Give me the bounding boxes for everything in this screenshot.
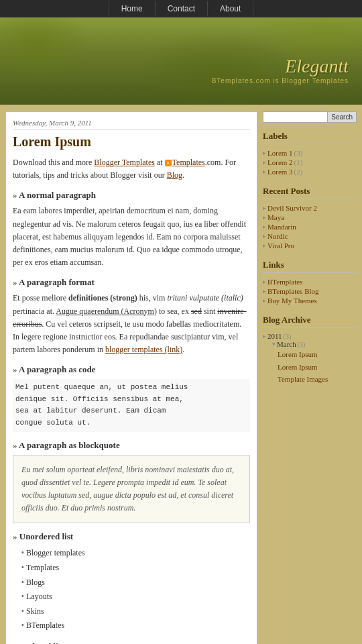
s2-underline: Augue quaerendum (Acronym) xyxy=(56,307,157,316)
recent-post-2[interactable]: Maya xyxy=(263,213,357,222)
archive-link-1[interactable]: Lorem Ipsum xyxy=(278,350,318,358)
links-title: Links xyxy=(263,260,357,273)
section1-text: Ea eam labores imperdiet, apeirian democ… xyxy=(13,205,250,269)
archive-link-2[interactable]: Lorem Ipsum xyxy=(278,363,318,371)
archive-post-3[interactable]: Template Images xyxy=(263,373,357,386)
archive-year-label: 2011 xyxy=(267,332,282,340)
link-item-1[interactable]: BTemplates xyxy=(263,277,357,286)
s2-em: tritani vulputate (italic) xyxy=(167,293,243,303)
label-item-3[interactable]: Lorem 3 (2) xyxy=(263,167,357,176)
search-input[interactable] xyxy=(263,111,328,123)
recent-link-2[interactable]: Maya xyxy=(267,213,284,221)
archive-month-label: March xyxy=(277,340,296,348)
code-block: Mel putent quaeque an, ut postea melius … xyxy=(13,379,250,431)
labels-title: Labels xyxy=(263,131,357,144)
section1-heading: A normal paragraph xyxy=(13,190,250,201)
section4-heading: A paragraph as blockquote xyxy=(13,440,250,451)
post-date: Wednesday, March 9, 2011 xyxy=(13,119,250,130)
rss-domain: .com. xyxy=(205,158,223,167)
archive-year-count: (3) xyxy=(284,333,292,340)
s2-t3: pertinacia at. xyxy=(13,307,56,316)
recent-post-5[interactable]: Viral Pro xyxy=(263,241,357,250)
list-item: Blogs xyxy=(26,576,250,590)
list-item: BTemplates xyxy=(26,619,250,633)
blog-link[interactable]: Blog xyxy=(167,170,182,180)
post-intro: Download this and more Blogger Templates… xyxy=(13,156,250,182)
label-item-1[interactable]: Lorem 1 (3) xyxy=(263,148,357,158)
link-item-2[interactable]: BTemplates Blog xyxy=(263,286,357,296)
recent-link-1[interactable]: Devil Survivor 2 xyxy=(267,204,317,212)
label-link-1[interactable]: Lorem 1 xyxy=(267,149,293,157)
links-section: Links BTemplates BTemplates Blog Buy My … xyxy=(263,260,357,305)
label-item-2[interactable]: Lorem 2 (1) xyxy=(263,158,357,167)
nav-about[interactable]: About xyxy=(208,1,253,16)
search-widget: Search xyxy=(263,111,357,123)
link-2[interactable]: BTemplates Blog xyxy=(267,287,319,295)
section2-heading: A paragraph format xyxy=(13,277,250,288)
label-count-2: (1) xyxy=(294,158,303,166)
label-link-3[interactable]: Lorem 3 xyxy=(267,168,293,176)
labels-section: Labels Lorem 1 (3) Lorem 2 (1) Lorem 3 (… xyxy=(263,131,357,176)
nav-home[interactable]: Home xyxy=(109,1,156,16)
recent-posts-section: Recent Posts Devil Survivor 2 Maya Manda… xyxy=(263,186,357,250)
s2-t5: sint xyxy=(202,307,217,316)
archive-month-count: (3) xyxy=(298,341,306,348)
navbar: Home Contact About xyxy=(0,0,362,17)
blockquote-block: Eu mei solum oporteat eleifend, libris n… xyxy=(13,455,250,524)
recent-link-4[interactable]: Nordic xyxy=(267,232,288,240)
list-item: Blogger templates xyxy=(26,546,250,561)
s2-t4: to sea, ex xyxy=(157,307,191,316)
s2-t1: Et posse meliore xyxy=(13,293,68,303)
section2-text: Et posse meliore definitiones (strong) h… xyxy=(13,292,250,356)
rss-templates-label: Templates xyxy=(172,158,205,167)
templates-link[interactable]: Templates xyxy=(172,158,205,167)
site-title: Elegantt xyxy=(212,56,349,77)
archive-year[interactable]: 2011 (3) xyxy=(263,332,357,340)
link-item-3[interactable]: Buy My Themes xyxy=(263,296,357,305)
list-item: Skins xyxy=(26,604,250,619)
label-count-3: (2) xyxy=(294,168,303,176)
recent-post-1[interactable]: Devil Survivor 2 xyxy=(263,203,357,213)
recent-post-3[interactable]: Mandarin xyxy=(263,222,357,231)
recent-link-5[interactable]: Viral Pro xyxy=(267,241,294,250)
blogger-templates-link[interactable]: Blogger Templates xyxy=(94,158,155,167)
nav-contact[interactable]: Contact xyxy=(156,1,208,16)
list-item: Layouts xyxy=(26,590,250,604)
link-1[interactable]: BTemplates xyxy=(267,278,302,286)
label-count-1: (3) xyxy=(294,149,303,157)
intro-text-2: at xyxy=(155,158,165,167)
rss-icon: R xyxy=(165,160,172,166)
list-item: Templates xyxy=(26,561,250,576)
recent-link-3[interactable]: Mandarin xyxy=(267,223,296,231)
s2-del: sed xyxy=(191,307,202,316)
sidebar: Search Labels Lorem 1 (3) Lorem 2 (1) Lo… xyxy=(263,111,357,644)
unordered-list: Blogger templates Templates Blogs Layout… xyxy=(26,546,250,633)
archive-section: Blog Archive 2011 (3) March (3) Lorem Ip… xyxy=(263,315,357,386)
s2-link[interactable]: blogger templates (link) xyxy=(105,345,182,354)
section6-heading: Ordered list xyxy=(13,641,250,644)
site-tagline: BTemplates.com is Blogger Templates xyxy=(212,77,349,85)
section3-heading: A paragraph as code xyxy=(13,364,250,375)
s2-strong: definitiones (strong) xyxy=(68,293,137,303)
archive-month[interactable]: March (3) xyxy=(263,340,357,348)
search-button[interactable]: Search xyxy=(328,111,357,123)
s2-t2: his, vim xyxy=(137,293,168,303)
site-title-block: Elegantt BTemplates.com is Blogger Templ… xyxy=(212,56,349,85)
label-link-2[interactable]: Lorem 2 xyxy=(267,158,293,166)
blog-content: Wednesday, March 9, 2011 Lorem Ipsum Dow… xyxy=(5,111,257,644)
intro-text-4: . xyxy=(182,170,184,180)
link-3[interactable]: Buy My Themes xyxy=(267,297,317,305)
archive-post-1[interactable]: Lorem Ipsum xyxy=(263,348,357,361)
archive-link-3[interactable]: Template Images xyxy=(278,375,328,383)
archive-title: Blog Archive xyxy=(263,315,357,328)
intro-text-1: Download this and more xyxy=(13,158,94,167)
recent-posts-title: Recent Posts xyxy=(263,186,357,199)
s2-t7: . xyxy=(182,345,184,354)
archive-post-2[interactable]: Lorem Ipsum xyxy=(263,361,357,374)
section5-heading: Unordered list xyxy=(13,531,250,542)
site-header: Elegantt BTemplates.com is Blogger Templ… xyxy=(0,17,362,105)
post-title: Lorem Ipsum xyxy=(13,134,250,150)
main-wrapper: Wednesday, March 9, 2011 Lorem Ipsum Dow… xyxy=(0,105,362,644)
recent-post-4[interactable]: Nordic xyxy=(263,231,357,241)
